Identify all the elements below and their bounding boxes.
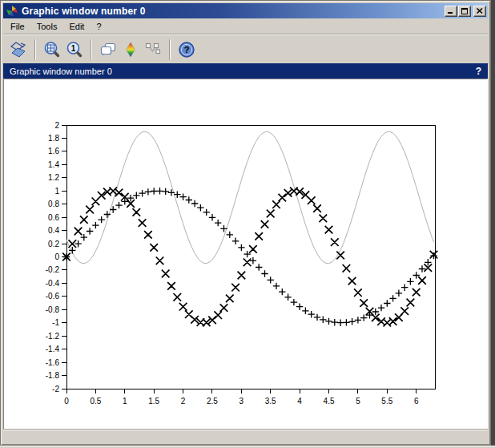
graphics-editor-icon <box>122 41 139 59</box>
menu-bar: File Tools Edit ? <box>3 18 488 34</box>
svg-text:0: 0 <box>64 397 69 406</box>
copy-button[interactable] <box>97 38 119 61</box>
svg-text:2: 2 <box>181 397 186 406</box>
svg-text:?: ? <box>184 45 190 54</box>
maximize-button[interactable] <box>458 6 471 17</box>
graphic-window: Graphic window number 0 <box>0 0 491 446</box>
svg-text:1.6: 1.6 <box>48 147 59 155</box>
svg-text:-1.2: -1.2 <box>46 332 60 341</box>
toolbar-separator <box>169 39 171 60</box>
zoom-reset-button[interactable]: 1 <box>63 38 86 61</box>
info-bar-help-icon[interactable]: ? <box>476 66 481 77</box>
svg-text:1.4: 1.4 <box>48 160 59 169</box>
svg-text:1.8: 1.8 <box>48 134 59 143</box>
title-bar[interactable]: Graphic window number 0 <box>3 3 488 18</box>
svg-text:-0.6: -0.6 <box>46 292 60 301</box>
zoom-area-button[interactable] <box>41 38 63 61</box>
svg-text:0: 0 <box>54 252 59 261</box>
rotate-3d-icon <box>10 41 27 59</box>
menu-help[interactable]: ? <box>91 20 106 33</box>
svg-text:3: 3 <box>239 397 244 406</box>
desktop: Graphic window number 0 <box>0 0 495 448</box>
datatip-graph-icon <box>144 41 162 59</box>
svg-text:0.2: 0.2 <box>48 240 59 248</box>
toolbar-separator <box>34 39 36 60</box>
svg-text:-0.8: -0.8 <box>46 305 60 314</box>
window-controls <box>445 6 486 17</box>
graphics-editor-button[interactable] <box>119 38 142 61</box>
svg-text:-1.6: -1.6 <box>46 358 60 367</box>
menu-edit[interactable]: Edit <box>64 20 89 33</box>
svg-text:0.4: 0.4 <box>48 226 59 235</box>
help-icon: ? <box>178 41 195 59</box>
window-title: Graphic window number 0 <box>22 6 146 17</box>
datatip-graph-button[interactable] <box>142 38 164 61</box>
svg-text:3.5: 3.5 <box>265 397 276 406</box>
svg-text:1: 1 <box>123 397 127 406</box>
svg-text:0.8: 0.8 <box>48 200 59 208</box>
svg-text:4.5: 4.5 <box>324 397 335 406</box>
scilab-app-icon <box>6 6 18 17</box>
copy-icon <box>99 41 117 59</box>
minimize-button[interactable] <box>445 6 457 17</box>
minimize-icon <box>448 8 454 14</box>
menu-tools[interactable]: Tools <box>32 20 62 33</box>
svg-text:6: 6 <box>414 397 419 406</box>
menu-file[interactable]: File <box>6 20 30 33</box>
plot-canvas[interactable]: 21.81.61.41.210.80.60.40.20-0.2-0.4-0.6-… <box>3 79 488 430</box>
status-bar <box>3 430 488 442</box>
svg-text:-1.4: -1.4 <box>46 345 60 353</box>
toolbar-separator <box>91 39 92 60</box>
svg-text:1: 1 <box>54 187 59 196</box>
svg-text:-0.4: -0.4 <box>46 279 60 288</box>
svg-text:2: 2 <box>54 121 59 130</box>
svg-text:5: 5 <box>356 397 360 406</box>
svg-text:1: 1 <box>71 43 76 52</box>
help-button[interactable]: ? <box>175 38 198 61</box>
maximize-icon <box>461 8 469 14</box>
rotate-3d-button[interactable] <box>7 38 30 61</box>
plot-svg: 21.81.61.41.210.80.60.40.20-0.2-0.4-0.6-… <box>4 79 487 430</box>
toolbar: 1 <box>3 35 488 63</box>
svg-text:1.2: 1.2 <box>48 173 59 182</box>
info-bar-text: Graphic window number 0 <box>10 67 112 76</box>
close-button[interactable] <box>473 6 486 17</box>
zoom-reset-icon: 1 <box>66 41 83 59</box>
close-icon <box>477 8 483 14</box>
info-bar: Graphic window number 0 ? <box>3 63 488 79</box>
svg-text:0.5: 0.5 <box>90 397 101 406</box>
svg-text:4: 4 <box>297 397 302 406</box>
zoom-area-icon <box>43 41 61 59</box>
svg-text:-2: -2 <box>52 385 59 394</box>
svg-text:1.5: 1.5 <box>148 397 159 406</box>
svg-text:5.5: 5.5 <box>381 397 392 406</box>
svg-text:0.6: 0.6 <box>48 213 59 222</box>
svg-text:-1.8: -1.8 <box>46 371 60 380</box>
svg-text:-0.2: -0.2 <box>46 265 60 274</box>
svg-text:2.5: 2.5 <box>207 397 218 406</box>
svg-text:-1: -1 <box>52 318 59 327</box>
